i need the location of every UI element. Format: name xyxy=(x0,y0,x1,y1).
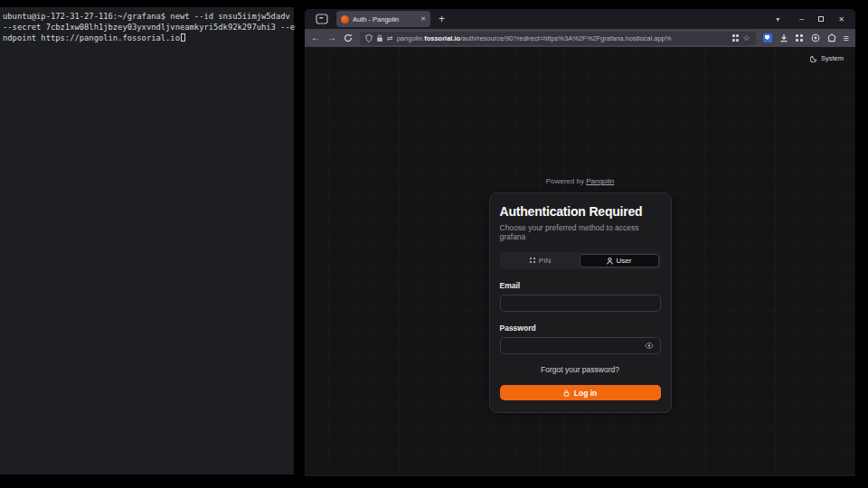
pin-keypad-icon xyxy=(530,258,535,265)
login-lock-icon xyxy=(563,389,570,397)
close-window-button[interactable]: ✕ xyxy=(838,15,844,23)
url-text: pangolin.fossorial.io/auth/resource/90?r… xyxy=(397,34,729,42)
container-grid-icon[interactable] xyxy=(732,34,740,42)
terminal-line: --secret 7cbz1xw08lh1jbzey03yxvndljvneam… xyxy=(3,22,291,33)
terminal-cursor xyxy=(181,33,185,42)
email-field[interactable] xyxy=(500,295,661,312)
reload-button[interactable] xyxy=(344,33,353,42)
pangolin-link[interactable]: Pangolin xyxy=(586,177,614,185)
theme-toggle-label: System xyxy=(821,54,844,62)
terminal-window[interactable]: ubuntu@ip-172-31-27-116:~/grafana$ newt … xyxy=(0,7,294,474)
tab-pin[interactable]: PIN xyxy=(502,254,580,267)
tracking-shield-icon[interactable] xyxy=(365,34,373,42)
pangolin-favicon-icon xyxy=(341,15,349,23)
tab-user[interactable]: User xyxy=(580,254,659,267)
card-title: Authentication Required xyxy=(500,204,661,219)
blue-extension-icon[interactable] xyxy=(763,33,772,42)
theme-toggle[interactable]: System xyxy=(810,54,844,62)
window-controls: – ✕ xyxy=(799,14,844,23)
show-password-eye-icon[interactable] xyxy=(645,343,654,349)
shield-outline-icon[interactable] xyxy=(827,33,836,42)
forward-button[interactable]: → xyxy=(327,33,336,42)
card-subtitle: Choose your preferred method to access g… xyxy=(500,223,661,241)
swap-arrows-icon[interactable]: ⇄ xyxy=(387,34,393,42)
extensions-grid-icon[interactable] xyxy=(796,34,804,42)
terminal-line: ndpoint https://pangolin.fossorial.io xyxy=(3,33,291,43)
browser-nav-bar: ← → ⇄ pangolin.fossorial.io/auth/resourc… xyxy=(305,29,855,47)
login-button[interactable]: Log in xyxy=(500,385,661,400)
firefox-view-icon[interactable] xyxy=(316,14,328,24)
user-icon xyxy=(607,258,613,265)
record-circle-icon[interactable] xyxy=(811,33,820,42)
tab-title: Auth - Pangolin xyxy=(353,15,417,23)
moon-icon xyxy=(810,55,817,62)
url-bar[interactable]: ⇄ pangolin.fossorial.io/auth/resource/90… xyxy=(360,32,756,45)
hamburger-menu-icon[interactable]: ≡ xyxy=(844,33,849,43)
forgot-password-link[interactable]: Forgot your password? xyxy=(500,365,661,374)
auth-method-tabs: PIN User xyxy=(500,252,661,269)
auth-card: Authentication Required Choose your pref… xyxy=(489,192,672,413)
browser-tab-bar: Auth - Pangolin ✕ + ▾ – ✕ xyxy=(305,9,855,29)
auth-section: Powered by Pangolin Authentication Requi… xyxy=(305,177,855,413)
browser-window: Auth - Pangolin ✕ + ▾ – ✕ ← → xyxy=(305,9,855,476)
desktop: ubuntu@ip-172-31-27-116:~/grafana$ newt … xyxy=(0,0,868,488)
browser-tab-auth-pangolin[interactable]: Auth - Pangolin ✕ xyxy=(336,11,430,27)
downloads-icon[interactable] xyxy=(779,33,788,42)
tab-close-icon[interactable]: ✕ xyxy=(420,15,426,23)
new-tab-button[interactable]: + xyxy=(439,13,445,25)
password-label: Password xyxy=(500,324,661,333)
email-label: Email xyxy=(500,281,661,290)
lock-icon[interactable] xyxy=(376,34,383,42)
minimize-button[interactable]: – xyxy=(799,14,804,23)
terminal-line: ubuntu@ip-172-31-27-116:~/grafana$ newt … xyxy=(3,11,291,22)
password-field[interactable] xyxy=(500,337,661,354)
back-button[interactable]: ← xyxy=(311,33,320,42)
page-content: System Powered by Pangolin Authenticatio… xyxy=(305,47,855,476)
bookmark-star-icon[interactable]: ☆ xyxy=(743,34,750,42)
list-all-tabs-chevron-icon[interactable]: ▾ xyxy=(776,15,779,23)
powered-by: Powered by Pangolin xyxy=(546,177,615,185)
maximize-button[interactable] xyxy=(818,16,824,22)
